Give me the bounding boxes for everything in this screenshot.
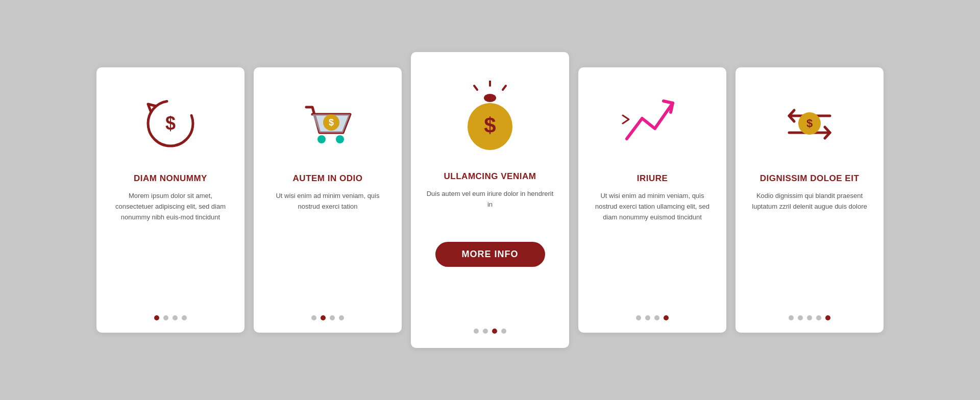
- dot: [474, 329, 479, 334]
- svg-point-3: [336, 135, 344, 143]
- card-5-dots: [789, 310, 830, 320]
- svg-point-2: [317, 135, 326, 143]
- card-5-text: Kodio dignissim qui blandit praesent lup…: [750, 191, 869, 232]
- card-4-title: IRIURE: [637, 173, 668, 184]
- svg-text:$: $: [165, 113, 176, 134]
- dot: [645, 315, 650, 320]
- card-3: $ ULLAMCING VENIAM Duis autem vel eum ir…: [411, 52, 569, 348]
- dot: [173, 315, 178, 320]
- dot: [182, 315, 187, 320]
- svg-line-7: [474, 86, 477, 90]
- card-2: $ AUTEM IN ODIO Ut wisi enim ad minim ve…: [254, 67, 402, 333]
- svg-text:$: $: [329, 117, 334, 128]
- svg-point-9: [484, 94, 496, 102]
- dot: [789, 315, 794, 320]
- card-2-dots: [311, 310, 344, 320]
- dot: [311, 315, 316, 320]
- dot: [816, 315, 821, 320]
- card-4-text: Ut wisi enim ad minim veniam, quis nostr…: [593, 191, 712, 232]
- card-2-icon-area: $: [297, 83, 358, 164]
- dot: [501, 329, 506, 334]
- cards-container: $ DIAM NONUMMY Morem ipsum dolor sit ame…: [76, 32, 904, 368]
- card-3-icon-area: $: [457, 70, 523, 162]
- card-2-text: Ut wisi enim ad minim veniam, quis nostr…: [268, 191, 387, 232]
- dot: [636, 315, 641, 320]
- card-3-title: ULLAMCING VENIAM: [444, 171, 536, 182]
- card-5-icon-area: $: [779, 83, 840, 164]
- card-5-title: DIGNISSIM DOLOE EIT: [760, 173, 860, 184]
- svg-line-8: [503, 86, 506, 90]
- more-info-button[interactable]: MORE INFO: [435, 242, 545, 267]
- money-bag-icon: $: [457, 81, 523, 152]
- refresh-dollar-icon: $: [140, 93, 201, 154]
- dot: [339, 315, 344, 320]
- card-4-icon-area: [622, 83, 683, 164]
- dot: [483, 329, 488, 334]
- dot: [330, 315, 335, 320]
- dot: [807, 315, 812, 320]
- cart-dollar-icon: $: [297, 93, 358, 154]
- dot: [163, 315, 168, 320]
- card-4-dots: [636, 310, 669, 320]
- card-5: $ DIGNISSIM DOLOE EIT Kodio dignissim qu…: [736, 67, 884, 333]
- exchange-dollar-icon: $: [779, 93, 840, 154]
- dot: [664, 315, 669, 320]
- dot: [654, 315, 659, 320]
- dot: [798, 315, 803, 320]
- svg-text:$: $: [484, 113, 496, 137]
- dot: [825, 315, 830, 320]
- card-1: $ DIAM NONUMMY Morem ipsum dolor sit ame…: [96, 67, 244, 333]
- card-4: IRIURE Ut wisi enim ad minim veniam, qui…: [578, 67, 726, 333]
- card-1-title: DIAM NONUMMY: [134, 173, 207, 184]
- card-1-text: Morem ipsum dolor sit amet, consectetuer…: [111, 191, 230, 232]
- dot: [321, 315, 326, 320]
- card-3-text: Duis autem vel eum iriure dolor in hendr…: [425, 189, 555, 230]
- card-3-dots: [474, 323, 506, 334]
- svg-text:$: $: [806, 117, 813, 130]
- card-1-dots: [154, 310, 187, 320]
- card-2-title: AUTEM IN ODIO: [293, 173, 363, 184]
- dot: [492, 329, 497, 334]
- dot: [154, 315, 159, 320]
- card-1-icon-area: $: [140, 83, 201, 164]
- trend-up-icon: [622, 93, 683, 154]
